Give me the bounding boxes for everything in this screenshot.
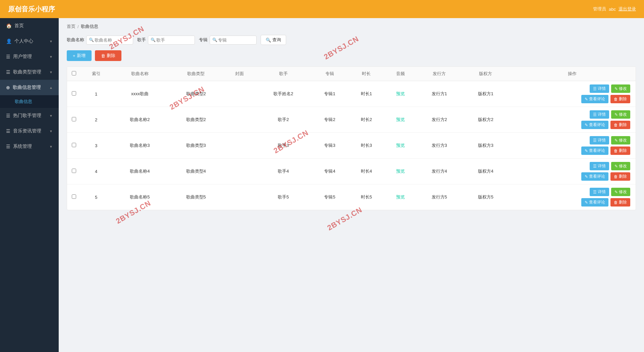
breadcrumb-home[interactable]: 首页	[67, 23, 75, 30]
row-delete-button[interactable]: 🗑 删除	[610, 198, 630, 207]
audio-preview-link[interactable]: 预览	[396, 91, 405, 96]
detail-icon: ☰	[593, 112, 597, 117]
edit-icon: ✎	[614, 112, 618, 117]
edit-button[interactable]: ✎ 修改	[611, 136, 630, 144]
edit-button[interactable]: ✎ 修改	[611, 84, 630, 93]
detail-button[interactable]: ☰ 详情	[590, 110, 609, 119]
admin-label: 管理员	[593, 6, 606, 12]
table-col-cover: 封面	[224, 67, 255, 81]
sidebar-label-home: 首页	[14, 23, 24, 29]
row-album: 专辑3	[311, 133, 348, 159]
comment-button[interactable]: ✎ 查看评论	[581, 121, 608, 129]
album-search-group: 专辑 🔍	[199, 36, 257, 45]
edit-icon: ✎	[614, 86, 618, 91]
row-checkbox[interactable]	[72, 143, 76, 147]
row-song-type: 歌曲类型4	[168, 159, 224, 184]
menu-icon: ☰	[6, 54, 10, 59]
row-delete-button[interactable]: 🗑 删除	[610, 121, 630, 129]
breadcrumb: 首页 / 歌曲信息	[67, 23, 636, 30]
row-singer: 歌手5	[255, 184, 311, 210]
add-button[interactable]: + 新增	[67, 50, 92, 61]
row-singer: 歌手3	[255, 133, 311, 159]
row-cover	[224, 107, 255, 133]
audio-preview-link[interactable]: 预览	[396, 169, 405, 174]
table-row: 1 xxxx歌曲 歌曲类型2 歌手姓名2 专辑1 时长1 预览 发行方1 版权方…	[67, 81, 636, 107]
table-col-index: 索引	[80, 67, 112, 81]
detail-icon: ☰	[593, 190, 597, 194]
sidebar-label-music-news-mgmt: 音乐资讯管理	[13, 128, 41, 134]
row-audio[interactable]: 预览	[385, 107, 416, 133]
logout-button[interactable]: 退出登录	[619, 6, 636, 12]
comment-button[interactable]: ✎ 查看评论	[581, 146, 608, 155]
sidebar-item-sys-mgmt[interactable]: ☰ 系统管理 ▼	[0, 139, 59, 154]
batch-delete-button[interactable]: 🗑 删除	[95, 50, 121, 61]
sidebar-item-music-news-mgmt[interactable]: ☰ 音乐资讯管理 ▼	[0, 123, 59, 139]
audio-preview-link[interactable]: 预览	[396, 194, 405, 199]
home-icon: 🏠	[6, 23, 12, 28]
row-audio[interactable]: 预览	[385, 159, 416, 184]
sidebar-label-hot-singer-mgmt: 热门歌手管理	[13, 113, 41, 119]
detail-icon: ☰	[593, 86, 597, 91]
row-checkbox-cell	[67, 184, 80, 210]
sidebar-item-personal[interactable]: 👤 个人中心 ▼	[0, 34, 59, 49]
row-checkbox-cell	[67, 81, 80, 107]
table-row: 2 歌曲名称2 歌曲类型2 歌手2 专辑2 时长2 预览 发行方2 版权方2 ☰…	[67, 107, 636, 133]
sidebar-item-song-type-mgmt[interactable]: ☰ 歌曲类型管理 ▼	[0, 64, 59, 80]
comment-button[interactable]: ✎ 查看评论	[581, 172, 608, 181]
row-checkbox[interactable]	[72, 169, 76, 173]
row-checkbox[interactable]	[72, 91, 76, 96]
chevron-down-icon: ▼	[49, 114, 53, 118]
row-audio[interactable]: 预览	[385, 184, 416, 210]
select-all-checkbox[interactable]	[72, 71, 76, 75]
chevron-down-icon: ▼	[49, 129, 53, 133]
admin-name: abc	[609, 7, 616, 12]
row-checkbox-cell	[67, 159, 80, 184]
edit-icon: ✎	[614, 164, 618, 169]
delete-icon: 🗑	[614, 174, 618, 179]
row-audio[interactable]: 预览	[385, 133, 416, 159]
edit-button[interactable]: ✎ 修改	[611, 188, 630, 196]
comment-button[interactable]: ✎ 查看评论	[581, 95, 608, 103]
sidebar-item-user-mgmt[interactable]: ☰ 用户管理 ▼	[0, 49, 59, 64]
row-singer: 歌手4	[255, 159, 311, 184]
table-col-copyright: 版权方	[463, 67, 509, 81]
edit-button[interactable]: ✎ 修改	[611, 162, 630, 170]
table-col-actions: 操作	[509, 67, 636, 81]
row-singer: 歌手姓名2	[255, 81, 311, 107]
sidebar-item-song-info-mgmt[interactable]: ⊕ 歌曲信息管理 ▲	[0, 80, 59, 95]
row-checkbox[interactable]	[72, 194, 76, 199]
edit-button[interactable]: ✎ 修改	[611, 110, 630, 119]
song-name-search-group: 歌曲名称 🔍	[67, 36, 133, 45]
comment-icon: ✎	[585, 123, 588, 127]
add-icon: +	[73, 53, 75, 58]
sidebar-item-song-info[interactable]: 歌曲信息	[0, 95, 59, 108]
row-cover	[224, 184, 255, 210]
row-copyright: 版权方5	[463, 184, 509, 210]
row-delete-button[interactable]: 🗑 删除	[610, 172, 630, 181]
query-button[interactable]: 🔍 查询	[261, 35, 286, 45]
audio-preview-link[interactable]: 预览	[396, 117, 405, 122]
table-col-checkbox	[67, 67, 80, 81]
detail-button[interactable]: ☰ 详情	[590, 136, 609, 144]
row-actions: ☰ 详情 ✎ 修改 ✎ 查看评论 🗑 删除	[509, 159, 636, 184]
row-actions: ☰ 详情 ✎ 修改 ✎ 查看评论 🗑 删除	[509, 107, 636, 133]
comment-button[interactable]: ✎ 查看评论	[581, 198, 608, 207]
row-checkbox[interactable]	[72, 117, 76, 121]
row-actions: ☰ 详情 ✎ 修改 ✎ 查看评论 🗑 删除	[509, 81, 636, 107]
layout: 🏠 首页 👤 个人中心 ▼ ☰ 用户管理 ▼ ☰ 歌曲类型管理 ▼	[0, 18, 644, 352]
detail-button[interactable]: ☰ 详情	[590, 188, 609, 196]
row-delete-button[interactable]: 🗑 删除	[610, 146, 630, 155]
sidebar-label-sys-mgmt: 系统管理	[13, 143, 32, 150]
row-audio[interactable]: 预览	[385, 81, 416, 107]
song-name-label: 歌曲名称	[67, 37, 84, 43]
detail-button[interactable]: ☰ 详情	[590, 84, 609, 93]
audio-preview-link[interactable]: 预览	[396, 143, 405, 148]
row-delete-button[interactable]: 🗑 删除	[610, 95, 630, 103]
person-icon: 👤	[6, 39, 12, 44]
row-album: 专辑4	[311, 159, 348, 184]
sidebar-item-hot-singer-mgmt[interactable]: ☰ 热门歌手管理 ▼	[0, 108, 59, 123]
detail-icon: ☰	[593, 164, 597, 169]
detail-button[interactable]: ☰ 详情	[590, 162, 609, 170]
sidebar-label-song-info: 歌曲信息	[15, 99, 32, 104]
sidebar-item-home[interactable]: 🏠 首页	[0, 18, 59, 34]
